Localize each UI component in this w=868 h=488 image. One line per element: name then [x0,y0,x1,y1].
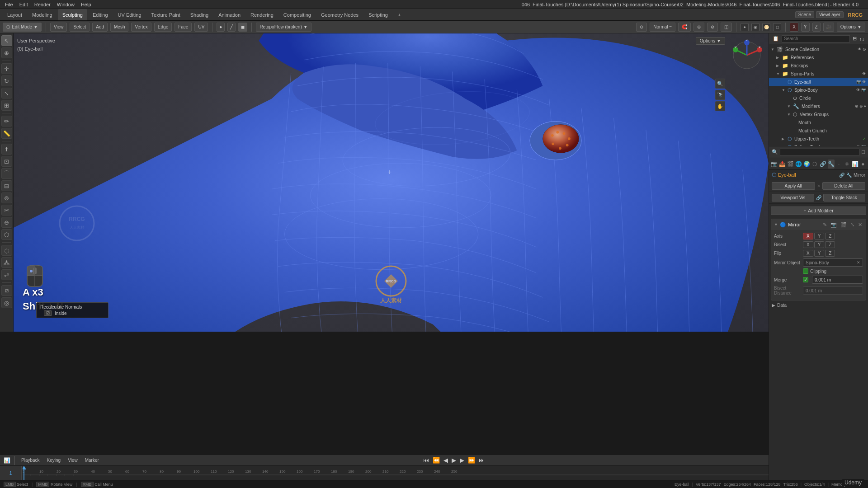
frame-indicator[interactable]: 1 [0,466,22,480]
measure-tool[interactable]: 📏 [1,128,12,139]
offset-edge-tool[interactable]: ⊜ [1,192,12,203]
ol-spino-parts[interactable]: ▼ 📁 Spino-Parts 👁 [769,70,868,78]
mirror-obj-close[interactable]: ✕ [857,260,860,265]
props-tab-mat[interactable]: ● [860,160,867,169]
polyline-tool[interactable]: ⬡ [1,229,12,240]
mod-render-icon[interactable]: 🎬 [840,221,848,228]
props-tab-constraints[interactable]: 🔗 [820,160,826,169]
scale-tool[interactable]: ⤡ [1,88,12,99]
delete-all-btn[interactable]: Delete All [822,182,866,190]
ol-mouth-crunch[interactable]: Mouth Crunch [769,127,868,135]
main-viewport[interactable]: User Perspective (0) Eye-ball Options ▼ … [14,33,769,332]
face-select-mode[interactable]: ◼ [238,23,247,32]
knife-tool[interactable]: ✂ [1,205,12,216]
modifier-icon2[interactable]: 🔧 [846,173,852,178]
add-modifier-btn[interactable]: + Add Modifier [771,206,866,215]
tl-editor-icon[interactable]: 📊 [4,457,10,464]
mod-camera-icon[interactable]: 📷 [830,221,838,228]
props-filter-icon[interactable]: ⊟ [861,149,865,155]
ut-vis[interactable]: ✓ [863,136,866,141]
data-section[interactable]: ▶ Data [769,301,868,309]
tab-geometry-nodes[interactable]: Compositing [279,9,316,20]
ol-circle[interactable]: ⊙ Circle [769,94,868,102]
ol-references[interactable]: ▶ 📁 References [769,53,868,61]
view-layer-selector[interactable]: ViewLayer [816,11,844,18]
cursor-tool[interactable]: ⊕ [1,47,12,58]
apply-all-btn[interactable]: Apply All [772,182,815,190]
ol-eye-ball[interactable]: ⬡ Eye-ball 📷 👁 [769,78,868,86]
randomize-tool[interactable]: ⁂ [1,257,12,268]
bisect-x-btn[interactable]: X [803,241,813,248]
props-tab-world[interactable]: 🌍 [803,160,810,169]
outliner-filter[interactable]: ⊟ [853,36,857,42]
vertex-menu[interactable]: Vertex [131,23,151,32]
jump-end-btn[interactable]: ⏭ [478,457,486,464]
tab-rendering[interactable]: Animation [214,9,245,20]
modifier-link-icon[interactable]: 🔗 [839,173,844,178]
props-tab-output[interactable]: 📤 [779,160,786,169]
overlay-toggle[interactable]: ⊘ [707,23,718,32]
smooth-tool[interactable]: ◌ [1,245,12,256]
ol-mouth[interactable]: Mouth [769,118,868,127]
jump-start-btn[interactable]: ⏮ [422,457,430,464]
mirror-obj-field[interactable]: Spino-Body ✕ [803,258,863,267]
xray-toggle[interactable]: ◫ [721,23,732,32]
menu-window[interactable]: Window [55,2,77,7]
options-btn[interactable]: Options ▼ [696,37,725,45]
axis-y-btn[interactable]: Y [814,233,825,239]
mod-close-icon[interactable]: ✕ [857,221,863,228]
props-tab-physics[interactable]: ⚛ [844,160,850,169]
marker-tab[interactable]: Marker [83,458,101,463]
sb-cam[interactable]: 📷 [861,88,866,92]
flip-z-btn[interactable]: Z [825,250,835,257]
outliner-sort[interactable]: ↑↓ [859,36,864,42]
tab-shading[interactable]: Texture Paint [147,9,185,20]
next-frame-btn[interactable]: ⏩ [467,457,476,464]
options-button[interactable]: Options ▼ [837,23,865,32]
view-z[interactable]: Z [812,23,821,32]
mod-edit-icon[interactable]: ✎ [822,221,828,228]
view-y[interactable]: Y [801,23,810,32]
clipping-checkbox[interactable] [803,268,808,274]
modifier-header[interactable]: ▼ 🔵 Mirror ✎ 📷 🎬 ⤡ ✕ [771,219,866,230]
props-search[interactable] [780,149,859,156]
sp-vis[interactable]: 👁 [862,71,866,76]
material-shade[interactable]: ◉ [751,23,760,31]
gizmo-toggle[interactable]: ⊕ [693,23,704,32]
view-x[interactable]: X [790,23,798,32]
mod-expand2-icon[interactable]: ⤡ [849,221,855,228]
toggle-stack-btn[interactable]: Toggle Stack [823,194,866,202]
viewport-vis-btn[interactable]: Viewport Vis [772,194,814,202]
bisect-y-btn[interactable]: Y [814,241,825,248]
timeline-content[interactable]: 1 10 20 30 40 50 60 70 80 90 100 110 120… [0,466,868,480]
bevel-tool[interactable]: ⌒ [1,168,12,179]
normal-selector[interactable]: Normal ~ [650,23,675,32]
pan-btn[interactable]: ✋ [715,101,725,111]
bt-cam[interactable]: 📷 [861,145,866,146]
edge-menu[interactable]: Edge [154,23,172,32]
menu-edit[interactable]: Edit [17,2,30,7]
mode-selector[interactable]: ⬡ Edit Mode ▼ [3,23,42,32]
camera-view[interactable]: 🎥 [823,23,834,32]
prev-frame-btn[interactable]: ⏪ [432,457,441,464]
rendered-shade[interactable]: 🌕 [762,23,770,31]
view-tab[interactable]: View [66,458,80,463]
face-menu[interactable]: Face [175,23,192,32]
playback-tab[interactable]: Playback [19,458,42,463]
to-sphere-tool[interactable]: ◎ [1,297,12,308]
ol-vertex-groups[interactable]: ▼ ⬡ Vertex Groups [769,110,868,118]
menu-file[interactable]: File [3,2,15,7]
tab-scripting2[interactable]: Scripting [364,9,392,20]
eb-vis[interactable]: 👁 [862,80,866,84]
gizmo[interactable]: X Y Z [729,37,765,73]
bisect-tool[interactable]: ⊖ [1,217,12,228]
prev-keyframe-btn[interactable]: ◀ [443,457,449,464]
move-tool[interactable]: ✛ [1,63,12,74]
inset-tool[interactable]: ⊡ [1,156,12,167]
merge-field[interactable]: 0.001 m [812,276,863,284]
vertex-select-mode[interactable]: ● [217,23,225,32]
props-tab-obj[interactable]: ⬡ [811,160,818,169]
axis-x-btn[interactable]: X [803,233,813,239]
outliner-search[interactable] [782,35,850,42]
props-tab-data[interactable]: 📊 [852,160,859,169]
